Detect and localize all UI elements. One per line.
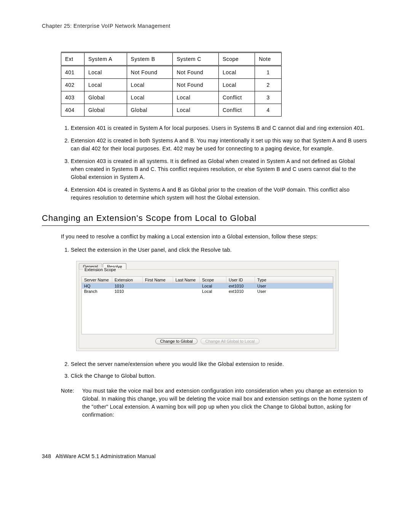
note-item: Extension 401 is created in System A for… — [71, 124, 369, 132]
note-item: Extension 402 is created in both Systems… — [71, 137, 369, 153]
table-row: 403 Global Local Local Conflict 3 — [61, 91, 282, 104]
table-row: 404 Global Global Local Conflict 4 — [61, 104, 282, 117]
table-header-row: Ext System A System B System C Scope Not… — [61, 53, 282, 66]
page-number: 348 — [42, 453, 51, 459]
col-system-b: System B — [127, 53, 173, 66]
step-item: Select the extension in the User panel, … — [71, 246, 369, 254]
listview-header: Server Name Extension First Name Last Na… — [82, 277, 333, 283]
col-server-name[interactable]: Server Name — [82, 277, 112, 283]
col-system-a: System A — [84, 53, 127, 66]
col-extension[interactable]: Extension — [112, 277, 143, 283]
note-label: Note: — [61, 387, 82, 419]
col-system-c: System C — [173, 53, 219, 66]
note-item: Extension 404 is created in Systems A an… — [71, 186, 369, 202]
groupbox-label: Extension Scope — [83, 267, 118, 272]
list-item[interactable]: HQ 1010 Local ext1010 User — [82, 283, 333, 289]
note-block: Note: You must take the voice mail box a… — [61, 387, 369, 419]
change-to-global-button[interactable]: Change to Global — [155, 338, 198, 344]
extension-listview[interactable]: Server Name Extension First Name Last Na… — [81, 276, 333, 334]
resolve-panel: General Resolve Extension Scope Server N… — [76, 261, 339, 351]
step-item: Select the server name/extension where y… — [71, 360, 369, 368]
col-type[interactable]: Type — [255, 277, 333, 283]
manual-title: AltiWare ACM 5.1 Administration Manual — [56, 453, 156, 459]
scope-table: Ext System A System B System C Scope Not… — [61, 52, 282, 117]
col-scope: Scope — [218, 53, 255, 66]
list-item[interactable]: Branch 1010 Local ext1010 User — [82, 289, 333, 294]
note-item: Extension 403 is created in all systems.… — [71, 157, 369, 181]
table-row: 401 Local Not Found Not Found Local 1 — [61, 66, 282, 79]
section-rule — [42, 225, 369, 226]
change-all-global-to-local-button: Change All Global to Local — [201, 338, 260, 344]
col-scope[interactable]: Scope — [200, 277, 226, 283]
col-user-id[interactable]: User ID — [226, 277, 255, 283]
col-first-name[interactable]: First Name — [143, 277, 173, 283]
step-item: Click the Change to Global button. — [71, 372, 369, 380]
note-text: You must take the voice mail box and ext… — [82, 387, 369, 419]
table-notes: Extension 401 is created in System A for… — [61, 124, 369, 202]
steps-list-top: Select the extension in the User panel, … — [61, 246, 369, 254]
page-footer: 348 AltiWare ACM 5.1 Administration Manu… — [42, 453, 369, 459]
section-heading: Changing an Extension's Scope from Local… — [42, 213, 369, 223]
steps-list-bottom: Select the server name/extension where y… — [61, 360, 369, 380]
col-last-name[interactable]: Last Name — [173, 277, 200, 283]
section-intro: If you need to resolve a conflict by mak… — [61, 233, 369, 241]
chapter-header: Chapter 25: Enterprise VoIP Network Mana… — [42, 23, 369, 29]
table-row: 402 Local Local Not Found Local 2 — [61, 79, 282, 91]
col-ext: Ext — [61, 53, 84, 66]
col-note: Note — [255, 53, 282, 66]
